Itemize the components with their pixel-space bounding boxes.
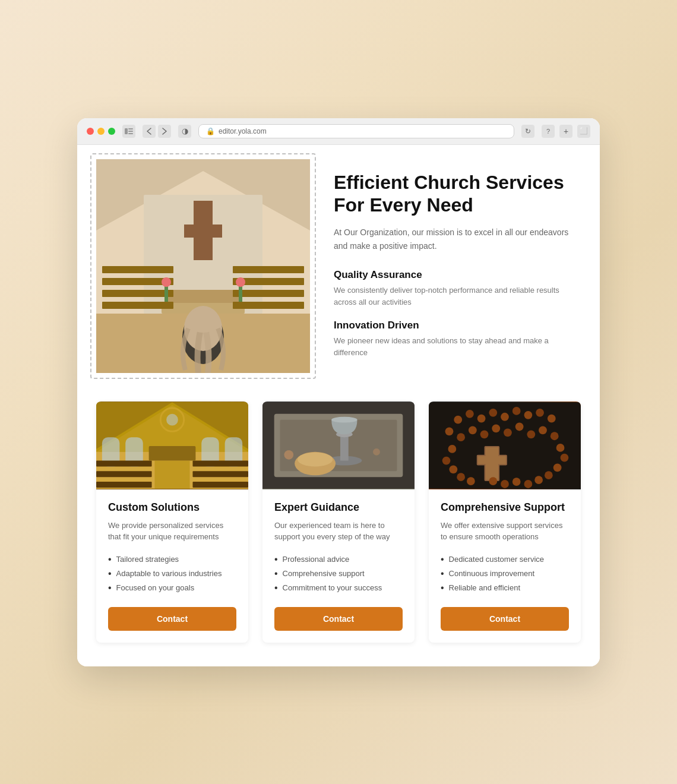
svg-point-71 xyxy=(492,424,500,432)
card-1-contact-button[interactable]: Contact xyxy=(108,607,236,631)
list-item: Commitment to your success xyxy=(274,581,403,595)
svg-point-23 xyxy=(236,277,245,287)
svg-rect-39 xyxy=(96,482,152,488)
svg-rect-42 xyxy=(192,482,248,488)
feature-quality-title: Quality Assurance xyxy=(334,269,581,281)
add-button[interactable]: + xyxy=(559,125,572,138)
svg-rect-50 xyxy=(340,434,349,460)
card-3-title: Comprehensive Support xyxy=(441,501,569,514)
svg-point-90 xyxy=(534,476,543,484)
browser-window: ◑ 🔒 editor.yola.com ↻ ? + ⬜ xyxy=(77,118,600,666)
svg-point-63 xyxy=(513,407,521,415)
card-2-image xyxy=(262,402,415,489)
traffic-light-green[interactable] xyxy=(108,128,115,135)
svg-point-70 xyxy=(480,430,489,438)
svg-rect-40 xyxy=(192,460,248,466)
share-button[interactable]: ⬜ xyxy=(577,125,590,138)
back-button[interactable] xyxy=(143,125,156,138)
card-1-title: Custom Solutions xyxy=(108,501,236,514)
feature-quality-description: We consistently deliver top-notch perfor… xyxy=(334,284,581,308)
svg-rect-36 xyxy=(154,460,189,488)
list-item: Reliable and efficient xyxy=(441,581,569,595)
nav-buttons xyxy=(143,125,171,138)
svg-point-92 xyxy=(513,478,521,486)
svg-point-86 xyxy=(556,444,565,452)
list-item: Continuous improvement xyxy=(441,567,569,581)
svg-rect-14 xyxy=(102,290,173,297)
svg-rect-43 xyxy=(149,445,196,460)
lock-icon: 🔒 xyxy=(206,127,215,135)
feature-quality: Quality Assurance We consistently delive… xyxy=(334,269,581,308)
card-3-list: Dedicated customer service Continuous im… xyxy=(441,552,569,595)
svg-point-89 xyxy=(545,471,553,479)
browser-toolbar: ◑ 🔒 editor.yola.com ↻ ? + ⬜ xyxy=(77,118,600,145)
hero-text: Efficient Church Services For Every Need… xyxy=(334,159,581,371)
svg-rect-0 xyxy=(125,128,128,134)
svg-rect-16 xyxy=(233,266,304,273)
list-item: Focused on your goals xyxy=(108,581,236,595)
svg-rect-18 xyxy=(233,290,304,297)
card-1-body: Custom Solutions We provide personalized… xyxy=(96,489,248,643)
svg-rect-38 xyxy=(96,471,152,477)
svg-point-76 xyxy=(551,432,559,440)
svg-rect-3 xyxy=(128,133,133,134)
svg-point-81 xyxy=(448,445,456,453)
card-2-list: Professional advice Comprehensive suppor… xyxy=(274,552,403,595)
svg-point-52 xyxy=(331,416,357,422)
card-1-description: We provide personalized services that fi… xyxy=(108,520,236,543)
svg-rect-10 xyxy=(167,290,239,303)
svg-point-60 xyxy=(477,414,486,422)
card-comprehensive-support: Comprehensive Support We offer extensive… xyxy=(429,402,581,643)
svg-point-74 xyxy=(527,430,535,438)
address-bar[interactable]: 🔒 editor.yola.com xyxy=(198,124,514,138)
svg-rect-8 xyxy=(184,225,222,238)
svg-rect-1 xyxy=(128,128,133,129)
card-2-description: Our experienced team is here to support … xyxy=(274,520,403,543)
traffic-light-red[interactable] xyxy=(87,128,94,135)
svg-point-61 xyxy=(489,408,497,416)
svg-point-84 xyxy=(457,473,465,481)
browser-content: Efficient Church Services For Every Need… xyxy=(77,145,600,666)
hero-title: Efficient Church Services For Every Need xyxy=(334,171,581,217)
svg-rect-80 xyxy=(478,456,506,464)
reload-button[interactable]: ↻ xyxy=(521,125,534,138)
traffic-light-yellow[interactable] xyxy=(97,128,105,135)
forward-button[interactable] xyxy=(158,125,171,138)
svg-rect-12 xyxy=(102,266,173,273)
card-3-contact-button[interactable]: Contact xyxy=(441,607,569,631)
svg-point-87 xyxy=(561,453,569,461)
card-3-body: Comprehensive Support We offer extensive… xyxy=(429,489,581,643)
help-button[interactable]: ? xyxy=(542,125,555,138)
card-1-image xyxy=(96,402,248,489)
traffic-lights xyxy=(87,128,115,135)
svg-point-64 xyxy=(524,410,532,419)
theme-button[interactable]: ◑ xyxy=(178,125,191,138)
card-3-image xyxy=(429,402,581,489)
svg-rect-41 xyxy=(192,471,248,477)
card-3-description: We offer extensive support services to e… xyxy=(441,520,569,543)
svg-point-93 xyxy=(501,480,509,488)
feature-innovation-description: We pioneer new ideas and solutions to st… xyxy=(334,335,581,358)
card-2-body: Expert Guidance Our experienced team is … xyxy=(262,489,415,643)
card-2-contact-button[interactable]: Contact xyxy=(274,607,403,631)
card-1-list: Tailored strategies Adaptable to various… xyxy=(108,552,236,595)
svg-point-66 xyxy=(548,414,556,422)
svg-point-75 xyxy=(539,426,547,434)
svg-point-94 xyxy=(489,477,497,485)
svg-rect-15 xyxy=(102,302,173,309)
svg-point-88 xyxy=(553,463,562,472)
sidebar-toggle-button[interactable] xyxy=(122,125,135,138)
svg-point-83 xyxy=(449,465,457,473)
svg-point-73 xyxy=(515,422,524,431)
svg-point-72 xyxy=(504,428,512,437)
svg-rect-2 xyxy=(128,131,133,132)
svg-point-21 xyxy=(162,277,171,287)
svg-point-69 xyxy=(469,426,477,434)
feature-innovation: Innovation Driven We pioneer new ideas a… xyxy=(334,320,581,358)
list-item: Tailored strategies xyxy=(108,552,236,567)
list-item: Adaptable to various industries xyxy=(108,567,236,581)
svg-point-67 xyxy=(445,427,454,435)
hero-section: Efficient Church Services For Every Need… xyxy=(96,159,581,373)
card-2-title: Expert Guidance xyxy=(274,501,403,514)
svg-point-62 xyxy=(501,412,509,421)
